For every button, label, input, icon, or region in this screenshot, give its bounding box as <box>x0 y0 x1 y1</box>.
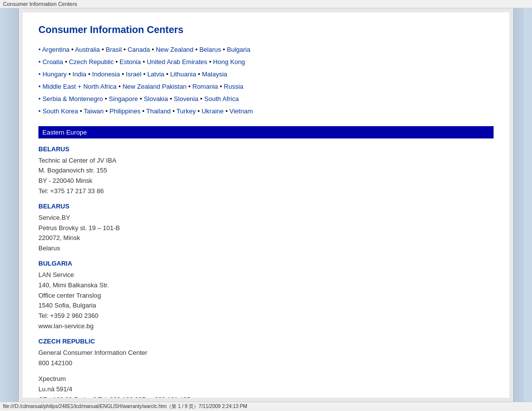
address-block-bulgaria: LAN Service 140, Mimi Balkanska Str. Off… <box>38 270 494 332</box>
link-bulgaria[interactable]: Bulgaria <box>227 46 251 53</box>
link-turkey[interactable]: Turkey <box>176 107 196 115</box>
address-block-belarus1: Technic al Center of JV IBA M. Bogdanovi… <box>38 156 494 197</box>
main-layout: Consumer Information Centers Argentina •… <box>0 8 532 402</box>
page-title: Consumer Information Centers <box>38 24 494 35</box>
link-indonesia[interactable]: Indonesia <box>92 70 120 78</box>
address-block-belarus2: Service.BY Petrus Brovky st. 19 – 101-B … <box>38 213 494 254</box>
right-sidebar <box>513 8 532 402</box>
right-sidebar-inner <box>524 8 532 402</box>
link-hong-kong[interactable]: Hong Kong <box>213 58 245 66</box>
link-argentina[interactable]: Argentina <box>42 46 69 53</box>
link-india[interactable]: India <box>72 70 86 78</box>
link-uae[interactable]: United Arab Emirates <box>147 58 207 66</box>
content-area: Consumer Information Centers Argentina •… <box>19 8 513 402</box>
page-content: Consumer Information Centers Argentina •… <box>23 12 509 398</box>
link-middle-east[interactable]: Middle East + North Africa <box>42 83 117 90</box>
link-israel[interactable]: Israel <box>126 70 141 78</box>
nav-row-5: Serbia & Montenegro • Singapore • Slovak… <box>38 94 494 104</box>
nav-links: Argentina • Australia • Brasil • Canada … <box>38 44 494 117</box>
nav-links-list: Argentina • Australia • Brasil • Canada … <box>38 44 494 117</box>
link-nz-pakistan[interactable]: New Zealand Pakistan <box>123 83 187 90</box>
link-vietnam[interactable]: Vietnam <box>230 107 253 115</box>
link-latvia[interactable]: Latvia <box>147 70 165 78</box>
link-russia[interactable]: Russia <box>224 83 243 90</box>
section-header: Eastern Europe <box>38 126 494 138</box>
address-block-czech1: General Consumer Information Center 800 … <box>38 348 494 369</box>
nav-row-1: Argentina • Australia • Brasil • Canada … <box>38 44 494 55</box>
link-taiwan[interactable]: Taiwan <box>84 107 103 115</box>
link-belarus[interactable]: Belarus <box>200 46 221 53</box>
country-heading-bulgaria: BULGARIA <box>38 260 494 267</box>
link-south-korea[interactable]: South Korea <box>42 107 78 115</box>
link-hungary[interactable]: Hungary <box>42 70 66 78</box>
link-canada[interactable]: Canada <box>128 46 150 53</box>
status-bar: file:///D:/cdmanual/philips/248E1/lcd/ma… <box>0 402 532 411</box>
country-heading-belarus2: BELARUS <box>38 203 494 210</box>
status-bar-text: file:///D:/cdmanual/philips/248E1/lcd/ma… <box>3 404 247 409</box>
left-sidebar <box>0 8 19 402</box>
link-czech-republic[interactable]: Czech Republic <box>69 58 114 66</box>
country-heading-belarus1: BELARUS <box>38 145 494 153</box>
nav-row-2: Croatia • Czech Republic • Estonia • Uni… <box>38 57 494 68</box>
link-australia[interactable]: Australia <box>75 46 100 53</box>
title-bar-text: Consumer Information Centers <box>3 1 77 7</box>
link-south-africa[interactable]: South Africa <box>204 95 239 103</box>
link-singapore[interactable]: Singapore <box>109 95 138 103</box>
link-croatia[interactable]: Croatia <box>42 58 63 66</box>
link-serbia[interactable]: Serbia & Montenegro <box>42 95 103 103</box>
title-bar: Consumer Information Centers <box>0 0 532 8</box>
address-block-czech2: Xpectrum Lu.ná 591/4 CZ - 160 00 Praha 6… <box>38 374 494 398</box>
link-lithuania[interactable]: Lithuania <box>170 70 196 78</box>
link-thailand[interactable]: Thailand <box>146 107 171 115</box>
nav-row-4: Middle East + North Africa • New Zealand… <box>38 81 494 92</box>
nav-row-6: South Korea • Taiwan • Philippines • Tha… <box>38 106 494 117</box>
nav-row-3: Hungary • India • Indonesia • Israel • L… <box>38 69 494 80</box>
link-new-zealand[interactable]: New Zealand <box>156 46 194 53</box>
link-ukraine[interactable]: Ukraine <box>201 107 224 115</box>
link-estonia[interactable]: Estonia <box>120 58 141 66</box>
country-heading-czech: CZECH REPUBLIC <box>38 338 494 345</box>
link-slovakia[interactable]: Slovakia <box>144 95 168 103</box>
link-brasil[interactable]: Brasil <box>106 46 122 53</box>
link-romania[interactable]: Romania <box>193 83 218 90</box>
link-malaysia[interactable]: Malaysia <box>202 70 227 78</box>
link-slovenia[interactable]: Slovenia <box>174 95 199 103</box>
link-philippines[interactable]: Philippines <box>109 107 140 115</box>
